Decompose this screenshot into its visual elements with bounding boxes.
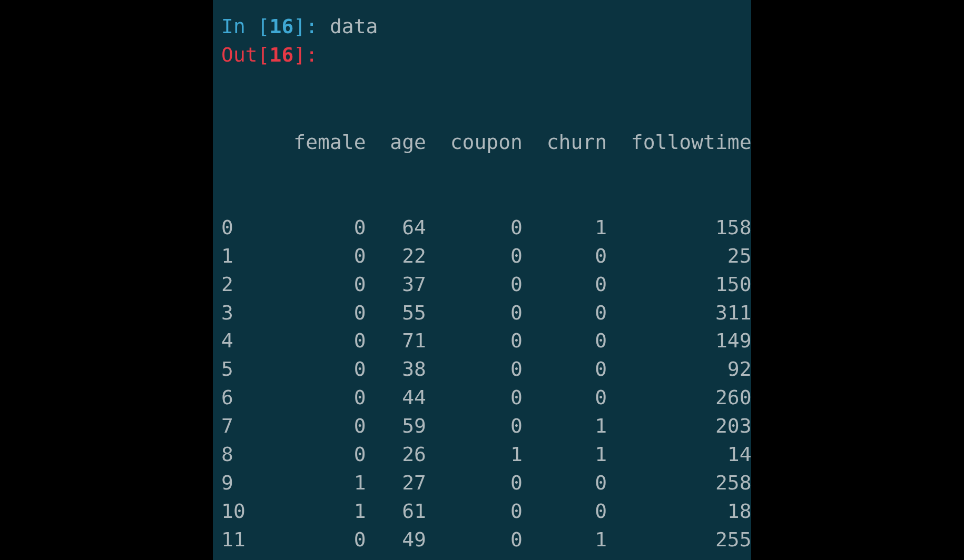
output-prompt-line: Out[16]: bbox=[221, 41, 743, 69]
table-row: 6 0 44 0 0 260 bbox=[221, 384, 743, 412]
table-row: 0 0 64 0 1 158 bbox=[221, 214, 743, 242]
table-row: 5 0 38 0 0 92 bbox=[221, 355, 743, 384]
in-prompt-close: ]: bbox=[293, 15, 330, 38]
in-prompt-number: 16 bbox=[270, 15, 294, 38]
table-row: 3 0 55 0 0 311 bbox=[221, 299, 743, 327]
dataframe-header-row: female age coupon churn followtime bbox=[221, 128, 743, 157]
out-prompt-label: Out[ bbox=[221, 43, 270, 66]
table-row: 7 0 59 0 1 203 bbox=[221, 412, 743, 441]
table-row: 2 0 37 0 0 150 bbox=[221, 271, 743, 299]
terminal-output: In [16]: data Out[16]: female age coupon… bbox=[213, 0, 751, 560]
table-row: 10 1 61 0 0 18 bbox=[221, 497, 743, 526]
table-row: 4 0 71 0 0 149 bbox=[221, 327, 743, 355]
dataframe-output: female age coupon churn followtime 0 0 6… bbox=[221, 72, 743, 560]
out-prompt-close: ]: bbox=[293, 43, 318, 66]
table-row: 8 0 26 1 1 14 bbox=[221, 441, 743, 469]
command-text: data bbox=[330, 15, 378, 38]
table-row: 9 1 27 0 0 258 bbox=[221, 469, 743, 497]
input-prompt-line: In [16]: data bbox=[221, 13, 743, 41]
out-prompt-number: 16 bbox=[270, 43, 294, 66]
in-prompt-label: In [ bbox=[221, 15, 270, 38]
table-row: 11 0 49 0 1 255 bbox=[221, 526, 743, 554]
table-row: 1 0 22 0 0 25 bbox=[221, 242, 743, 271]
